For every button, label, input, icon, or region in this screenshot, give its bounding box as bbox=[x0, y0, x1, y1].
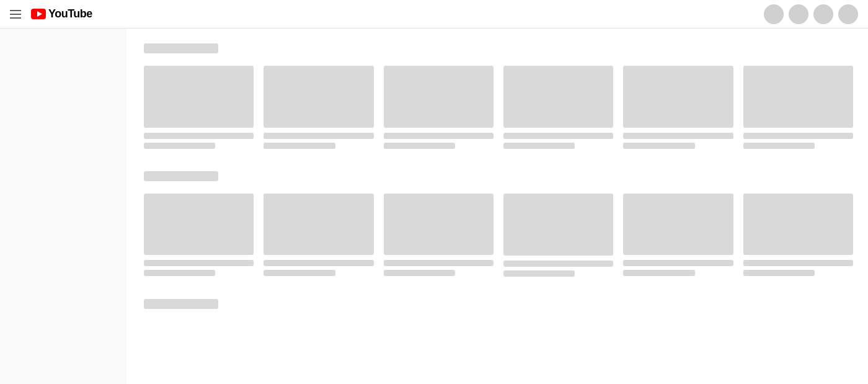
list-item bbox=[623, 194, 733, 277]
video-meta bbox=[264, 133, 373, 149]
video-subtitle-line bbox=[623, 270, 694, 276]
video-meta bbox=[503, 261, 613, 277]
video-thumbnail[interactable] bbox=[503, 194, 613, 256]
video-title-line bbox=[623, 133, 733, 139]
hamburger-menu-button[interactable] bbox=[10, 10, 21, 19]
video-subtitle-line bbox=[264, 270, 335, 276]
video-meta bbox=[144, 260, 254, 276]
video-subtitle-line bbox=[743, 270, 815, 276]
section-2 bbox=[144, 171, 853, 277]
header-right bbox=[764, 4, 858, 24]
video-meta bbox=[743, 133, 853, 149]
video-thumbnail[interactable] bbox=[623, 66, 733, 128]
video-grid-1 bbox=[144, 66, 853, 149]
header: YouTube bbox=[0, 0, 868, 29]
list-item bbox=[384, 66, 494, 149]
video-subtitle-line bbox=[503, 143, 575, 149]
header-icon-btn-2[interactable] bbox=[789, 4, 808, 24]
video-title-line bbox=[264, 260, 373, 266]
section-1-title bbox=[144, 43, 218, 53]
video-thumbnail[interactable] bbox=[144, 66, 254, 128]
video-thumbnail[interactable] bbox=[264, 66, 373, 128]
video-meta bbox=[623, 133, 733, 149]
video-thumbnail[interactable] bbox=[264, 194, 373, 256]
video-meta bbox=[623, 260, 733, 276]
video-title-line bbox=[144, 260, 254, 266]
video-thumbnail[interactable] bbox=[743, 194, 853, 256]
video-subtitle-line bbox=[743, 143, 815, 149]
header-icon-btn-1[interactable] bbox=[764, 4, 784, 24]
section-1 bbox=[144, 43, 853, 149]
video-title-line bbox=[144, 133, 254, 139]
youtube-wordmark: YouTube bbox=[48, 7, 92, 20]
video-subtitle-line bbox=[264, 143, 335, 149]
list-item bbox=[623, 66, 733, 149]
list-item bbox=[743, 66, 853, 149]
video-meta bbox=[503, 133, 613, 149]
video-thumbnail[interactable] bbox=[144, 194, 254, 256]
video-thumbnail[interactable] bbox=[503, 66, 613, 128]
video-subtitle-line bbox=[144, 270, 215, 276]
header-icon-btn-4[interactable] bbox=[838, 4, 858, 24]
video-thumbnail[interactable] bbox=[384, 194, 494, 256]
sidebar bbox=[0, 29, 126, 384]
video-title-line bbox=[743, 260, 853, 266]
video-title-line bbox=[264, 133, 373, 139]
video-grid-2 bbox=[144, 194, 853, 277]
video-thumbnail[interactable] bbox=[384, 66, 494, 128]
youtube-logo-icon bbox=[31, 9, 46, 19]
section-3 bbox=[144, 299, 853, 309]
header-left: YouTube bbox=[10, 7, 92, 20]
list-item bbox=[384, 194, 494, 277]
logo[interactable]: YouTube bbox=[31, 7, 92, 20]
video-title-line bbox=[503, 133, 613, 139]
list-item bbox=[503, 66, 613, 149]
video-meta bbox=[743, 260, 853, 276]
list-item bbox=[743, 194, 853, 277]
video-meta bbox=[144, 133, 254, 149]
list-item bbox=[503, 194, 613, 277]
header-icon-btn-3[interactable] bbox=[813, 4, 833, 24]
list-item bbox=[264, 194, 373, 277]
video-subtitle-line bbox=[623, 143, 694, 149]
list-item bbox=[144, 66, 254, 149]
video-subtitle-line bbox=[503, 270, 575, 277]
video-title-line bbox=[503, 261, 613, 267]
video-subtitle-line bbox=[384, 143, 455, 149]
video-subtitle-line bbox=[144, 143, 215, 149]
video-thumbnail[interactable] bbox=[743, 66, 853, 128]
main-content bbox=[126, 29, 868, 384]
video-subtitle-line bbox=[384, 270, 455, 276]
video-meta bbox=[264, 260, 373, 276]
video-title-line bbox=[384, 133, 494, 139]
video-title-line bbox=[743, 133, 853, 139]
video-meta bbox=[384, 133, 494, 149]
list-item bbox=[264, 66, 373, 149]
section-2-title bbox=[144, 171, 218, 181]
video-thumbnail[interactable] bbox=[623, 194, 733, 256]
video-title-line bbox=[384, 260, 494, 266]
page-layout bbox=[0, 0, 868, 384]
video-title-line bbox=[623, 260, 733, 266]
list-item bbox=[144, 194, 254, 277]
section-3-title bbox=[144, 299, 218, 309]
video-meta bbox=[384, 260, 494, 276]
